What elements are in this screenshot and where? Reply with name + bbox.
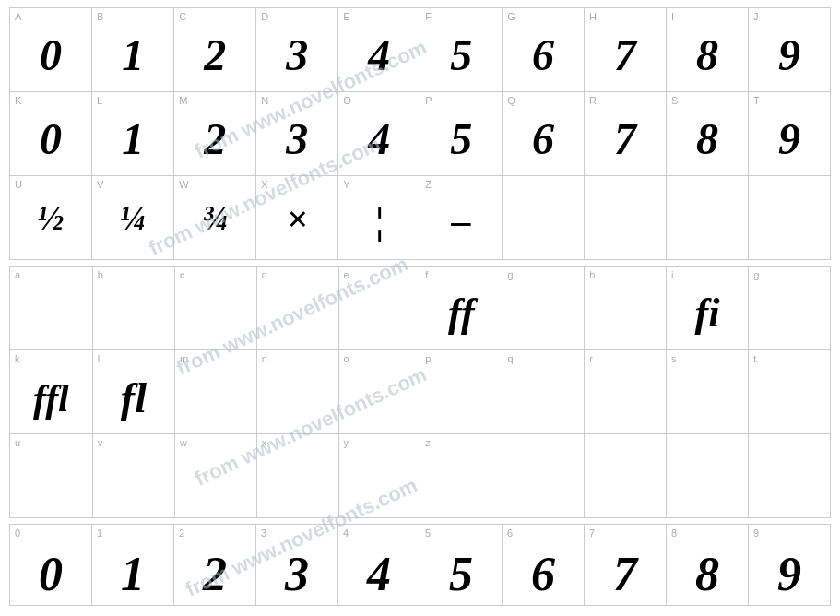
cell-label: T xyxy=(753,96,825,106)
cell-label: 5 xyxy=(425,528,497,539)
cell-label: W xyxy=(179,180,251,190)
cell-label: o xyxy=(344,354,416,364)
grid-cell: 77 xyxy=(585,525,667,606)
cell-char xyxy=(98,450,170,457)
cell-label: p xyxy=(425,354,497,364)
cell-char: 2 xyxy=(179,24,251,80)
cell-label: M xyxy=(179,96,251,106)
cell-label: y xyxy=(344,438,416,448)
cell-char: 7 xyxy=(589,108,661,164)
grid-cell: r xyxy=(585,350,667,434)
grid-cell: x xyxy=(256,434,338,518)
grid-cell: O4 xyxy=(338,92,420,176)
cell-label: a xyxy=(15,270,88,280)
grid-cell: C2 xyxy=(174,8,256,92)
grid-cell: 22 xyxy=(174,525,256,606)
cell-char: 7 xyxy=(589,540,661,600)
cell-label: J xyxy=(753,12,825,22)
cell-char: ff xyxy=(425,282,497,336)
cell-char: 5 xyxy=(425,540,497,600)
grid-cell: o xyxy=(338,350,420,434)
grid-cell: lfl xyxy=(92,350,174,434)
grid-cell: Q6 xyxy=(503,92,585,176)
grid-cell: g xyxy=(503,267,585,350)
grid-cell: F5 xyxy=(420,8,503,92)
cell-label: u xyxy=(15,438,88,448)
grid-cell: d xyxy=(256,267,338,350)
cell-char xyxy=(262,282,334,290)
grid-cell: fff xyxy=(420,267,503,350)
grid-cell: c xyxy=(175,267,257,350)
cell-char xyxy=(508,366,580,373)
grid-cell: g xyxy=(749,267,831,350)
cell-label: x xyxy=(262,438,334,448)
grid-cell: b xyxy=(92,267,174,350)
cell-label: A xyxy=(15,12,87,22)
grid-cell: s xyxy=(666,350,748,434)
grid-cell xyxy=(585,176,667,260)
cell-char: ffl xyxy=(15,366,88,420)
cell-label: F xyxy=(425,12,497,22)
cell-char: × xyxy=(261,192,333,240)
cell-char xyxy=(671,366,743,373)
cell-label: U xyxy=(15,180,87,190)
cell-label: v xyxy=(98,438,170,448)
cell-char: – xyxy=(425,192,497,242)
cell-label: h xyxy=(589,270,661,280)
cell-label: f xyxy=(425,270,497,280)
cell-char: 8 xyxy=(671,108,743,164)
cell-label: g xyxy=(508,270,580,280)
cell-char: 7 xyxy=(589,24,661,80)
cell-char: 3 xyxy=(261,24,333,80)
cell-char: 0 xyxy=(15,24,87,80)
cell-char: 3 xyxy=(261,540,333,600)
grid-cell: J9 xyxy=(748,8,830,92)
cell-char xyxy=(262,366,334,373)
grid-cell: e xyxy=(338,267,420,350)
grid-cell: ifi xyxy=(666,267,748,350)
cell-char: 8 xyxy=(671,24,743,80)
cell-label: e xyxy=(344,270,416,280)
grid-cell: 55 xyxy=(420,525,503,606)
grid-cell: P5 xyxy=(420,92,503,176)
grid-cell: q xyxy=(503,350,585,434)
section-1-table: A0B1C2D3E4F5G6H7I8J9K0L1M2N3O4P5Q6R7S8T9… xyxy=(9,7,831,260)
grid-cell: L1 xyxy=(92,92,174,176)
cell-label: V xyxy=(97,180,169,190)
grid-cell: A0 xyxy=(10,8,92,92)
cell-char xyxy=(344,450,416,457)
grid-cell: I8 xyxy=(667,8,749,92)
grid-cell: T9 xyxy=(748,92,830,176)
cell-char xyxy=(753,366,825,373)
cell-label: 9 xyxy=(753,528,825,539)
cell-label: s xyxy=(671,354,743,364)
cell-char: 4 xyxy=(343,24,415,80)
cell-label: Y xyxy=(343,180,415,190)
grid-cell: v xyxy=(92,434,174,518)
cell-char xyxy=(262,450,334,457)
cell-label: B xyxy=(97,12,169,22)
cell-label: 1 xyxy=(97,528,169,539)
cell-char: 8 xyxy=(671,540,743,600)
cell-label: C xyxy=(179,12,251,22)
cell-label: X xyxy=(261,180,333,190)
cell-char xyxy=(180,282,252,290)
cell-label: i xyxy=(671,270,743,280)
cell-label: E xyxy=(343,12,415,22)
section-2-table: abcdefffghifigkffllflmnopqrstuvwxyz xyxy=(9,266,831,518)
cell-char xyxy=(753,282,825,290)
grid-cell: Y¦ xyxy=(338,176,420,260)
cell-char: 4 xyxy=(343,108,415,164)
grid-cell: 44 xyxy=(338,525,420,606)
cell-char xyxy=(98,282,170,290)
grid-cell: 11 xyxy=(92,525,174,606)
cell-char: 9 xyxy=(753,24,825,80)
grid-cell: p xyxy=(420,350,503,434)
grid-cell: y xyxy=(338,434,420,518)
grid-cell: U½ xyxy=(10,176,92,260)
cell-label: n xyxy=(262,354,334,364)
cell-label: 0 xyxy=(15,528,87,539)
cell-label: G xyxy=(507,12,579,22)
cell-label: z xyxy=(425,438,497,448)
grid-cell xyxy=(503,434,585,518)
